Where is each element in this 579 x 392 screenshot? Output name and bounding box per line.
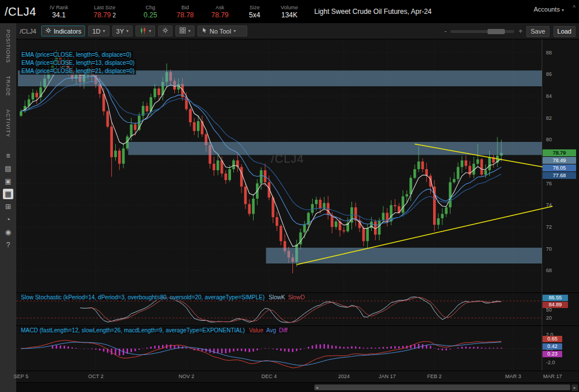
chevron-down-icon: ▾ bbox=[233, 28, 236, 34]
chevron-down-icon: ▾ bbox=[188, 28, 190, 34]
chart-style-dropdown[interactable]: ▾ bbox=[135, 25, 155, 36]
size-field: Size 5x4 bbox=[241, 4, 268, 19]
macd-diff-legend: Diff bbox=[279, 327, 288, 334]
community-icon[interactable]: ◉ bbox=[3, 227, 13, 237]
chevron-down-icon: ▾ bbox=[103, 28, 105, 34]
date-tick-label: SEP 5 bbox=[14, 373, 28, 379]
date-tick-label: MAR 17 bbox=[543, 373, 562, 379]
svg-text:86: 86 bbox=[546, 71, 552, 77]
indicators-button[interactable]: Indicators bbox=[41, 25, 86, 36]
grid-layout-dropdown[interactable]: ▾ bbox=[175, 25, 195, 36]
monitor-icon[interactable]: ▣ bbox=[3, 176, 13, 186]
date-tick-label: FEB 2 bbox=[427, 373, 442, 379]
svg-text:88: 88 bbox=[546, 50, 552, 56]
slowd-axis-box: 84.89 bbox=[543, 302, 568, 308]
sidebar-tab-activity[interactable]: ACTIVITY bbox=[5, 103, 11, 144]
scrollbar-right-button[interactable]: ▸ bbox=[571, 384, 578, 391]
ema21-axis-box: 77.68 bbox=[543, 172, 576, 179]
date-tick-label: OCT 2 bbox=[88, 373, 103, 379]
sidebar-tab-trade[interactable]: TRADE bbox=[5, 69, 11, 103]
help-icon[interactable]: ? bbox=[3, 240, 13, 250]
load-button[interactable]: Load bbox=[554, 26, 576, 37]
ask-label: Ask bbox=[215, 4, 224, 11]
macd-panel[interactable]: 2.00.0-2.0 MACD (fastLength=12, slowLeng… bbox=[16, 325, 579, 371]
zoom-slider[interactable] bbox=[450, 30, 514, 33]
quotes-icon[interactable]: ≡ bbox=[3, 151, 13, 161]
stochastic-panel[interactable]: 5020 Slow Stochastic (kPeriod=14, dPerio… bbox=[16, 292, 579, 325]
price-chart-panel[interactable]: 6870727476788082848688 EMA (price=CLOSE,… bbox=[16, 39, 579, 292]
svg-text:76: 76 bbox=[546, 181, 552, 186]
ema13-study-label[interactable]: EMA (price=CLOSE, length=13, displace=0) bbox=[20, 59, 136, 67]
history-icon[interactable]: ◔ bbox=[3, 214, 13, 225]
zoom-out-button[interactable]: - bbox=[444, 27, 446, 35]
scrollbar-thumb[interactable]: ◂ bbox=[314, 384, 570, 390]
ask-field: Ask 78.79 bbox=[207, 4, 233, 19]
iv-rank-field: IV Rank 34.1 bbox=[46, 4, 72, 19]
volume-value: 134K bbox=[281, 11, 298, 19]
accounts-dropdown[interactable]: Accounts ▾ bbox=[534, 6, 564, 13]
sidebar-icon-rail: ≡ ▤ ▣ ▦ ⊞ ◔ ◉ ? bbox=[3, 149, 13, 251]
chart-scrollbar[interactable]: ◂ ▸ bbox=[16, 382, 579, 392]
macd-study-label[interactable]: MACD (fastLength=12, slowLength=26, macd… bbox=[20, 327, 289, 334]
charts-icon[interactable]: ▦ bbox=[3, 189, 13, 199]
apps-icon[interactable]: ⊞ bbox=[3, 202, 13, 212]
toolbar-symbol-label: /CLJ4 bbox=[20, 28, 36, 35]
volume-label: Volume bbox=[281, 4, 298, 11]
date-tick-label: NOV 2 bbox=[178, 373, 194, 379]
chart-workspace: /CLJ4 Indicators 1D▾ 3Y▾ ▾ ▾ bbox=[16, 23, 579, 392]
last-size-label: Last Size bbox=[94, 4, 115, 11]
slowk-legend: SlowK bbox=[269, 294, 285, 301]
bid-label: Bid bbox=[181, 4, 189, 11]
ask-value: 78.79 bbox=[211, 11, 229, 19]
trading-platform-window: /CLJ4 IV Rank 34.1 Last Size 78.792 Chg … bbox=[0, 0, 579, 392]
date-tick-label: MAR 3 bbox=[505, 373, 522, 379]
sidebar-tab-positions[interactable]: POSITIONS bbox=[5, 23, 11, 69]
gear-icon bbox=[162, 27, 168, 35]
size-label: Size bbox=[250, 4, 260, 11]
watchlist-icon[interactable]: ▤ bbox=[3, 163, 13, 174]
grid-layout-icon bbox=[179, 27, 186, 35]
bid-field: Bid 78.78 bbox=[172, 4, 199, 19]
scrollbar-left-arrow-icon: ◂ bbox=[316, 384, 318, 391]
candlestick-chart-svg[interactable]: 6870727476788082848688 bbox=[16, 39, 579, 292]
last-price-axis-box: 78.79 bbox=[543, 149, 576, 156]
svg-text:84: 84 bbox=[546, 93, 552, 99]
save-button[interactable]: Save bbox=[526, 26, 549, 37]
iv-rank-label: IV Rank bbox=[50, 4, 68, 11]
zoom-slider-thumb[interactable] bbox=[488, 29, 505, 34]
chevron-down-icon: ▾ bbox=[149, 28, 151, 34]
svg-text:20: 20 bbox=[546, 315, 552, 321]
drawing-tool-dropdown[interactable]: No Tool ▾ bbox=[197, 25, 247, 36]
bid-value: 78.78 bbox=[177, 11, 194, 19]
macd-value-legend: Value bbox=[249, 327, 263, 334]
toolbar-right-group: - + Save Load bbox=[444, 23, 576, 39]
svg-text:72: 72 bbox=[546, 224, 552, 230]
last-value: 78.792 bbox=[93, 11, 116, 20]
svg-text:-2.0: -2.0 bbox=[546, 360, 555, 365]
iv-rank-value: 34.1 bbox=[52, 11, 65, 19]
time-axis: SEP 5OCT 2NOV 2DEC 42024JAN 17FEB 2MAR 3… bbox=[16, 371, 579, 382]
macd-diff-axis-box: 0.23 bbox=[543, 351, 562, 357]
macd-avg-axis-box: 0.42 bbox=[543, 343, 562, 350]
macd-value-axis-box: 0.65 bbox=[543, 336, 562, 342]
last-size-value: 2 bbox=[112, 12, 116, 19]
stochastic-study-label[interactable]: Slow Stochastic (kPeriod=14, dPeriod=3, … bbox=[20, 294, 306, 301]
chevron-down-icon: ▾ bbox=[562, 8, 564, 13]
chg-field: Chg 0.25 bbox=[137, 4, 164, 19]
chg-value: 0.25 bbox=[144, 11, 157, 19]
date-tick-label: DEC 4 bbox=[261, 373, 277, 379]
left-sidebar: POSITIONS TRADE ACTIVITY ≡ ▤ ▣ ▦ ⊞ ◔ ◉ ? bbox=[0, 23, 16, 392]
gear-icon bbox=[45, 27, 52, 35]
timeframe-dropdown[interactable]: 1D▾ bbox=[88, 25, 109, 36]
cursor-icon bbox=[201, 27, 207, 35]
ema5-study-label[interactable]: EMA (price=CLOSE, length=5, displace=0) bbox=[20, 51, 133, 58]
volume-field: Volume 134K bbox=[276, 4, 303, 19]
chart-settings-button[interactable] bbox=[158, 25, 173, 36]
collapse-header-icon[interactable]: ^ bbox=[573, 5, 576, 11]
ema21-study-label[interactable]: EMA (price=CLOSE, length=21, displace=0) bbox=[20, 67, 136, 75]
range-dropdown[interactable]: 3Y▾ bbox=[112, 25, 133, 36]
quote-header: /CLJ4 IV Rank 34.1 Last Size 78.792 Chg … bbox=[0, 0, 579, 23]
zoom-in-button[interactable]: + bbox=[518, 27, 522, 35]
chg-label: Chg bbox=[145, 4, 155, 11]
date-tick-label: JAN 17 bbox=[379, 373, 396, 379]
